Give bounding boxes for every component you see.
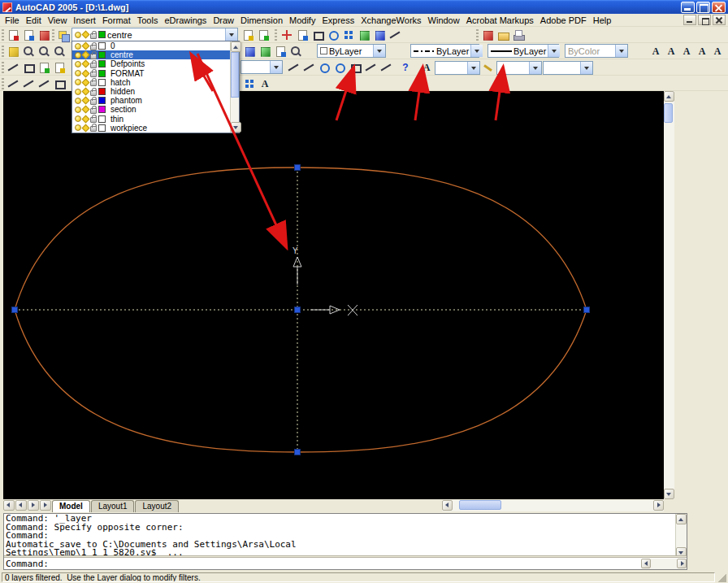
scroll-left-button[interactable] (641, 559, 651, 568)
menu-express[interactable]: Express (318, 15, 358, 26)
maximize-button[interactable] (696, 2, 710, 13)
dim-style-combo[interactable] (496, 61, 542, 75)
layer-freeze-icon[interactable] (82, 124, 90, 132)
layer-lock-icon[interactable] (90, 117, 97, 123)
help-button[interactable]: ? (398, 60, 413, 75)
tab-first-button[interactable] (3, 500, 15, 511)
layer-color-swatch[interactable] (98, 51, 106, 59)
pan-button[interactable] (6, 44, 20, 59)
layer-freeze-icon[interactable] (82, 78, 90, 86)
dim-aligned-button[interactable] (301, 60, 316, 75)
layer-lock-icon[interactable] (90, 54, 97, 59)
zoom-previous-button[interactable] (52, 44, 67, 59)
region-props-button[interactable] (37, 60, 51, 75)
edit-text-button[interactable]: A (679, 44, 694, 59)
layer-translator-button[interactable] (37, 28, 51, 42)
polyline-button[interactable] (37, 76, 51, 91)
color-combo[interactable]: ByLayer (317, 44, 386, 58)
quickcalc-button[interactable] (288, 44, 303, 59)
dim-continue-button[interactable] (379, 60, 393, 75)
layer-color-swatch[interactable] (98, 79, 106, 86)
offset-button[interactable] (326, 28, 340, 42)
layer-on-icon[interactable] (75, 43, 81, 50)
menu-edrawings[interactable]: eDrawings (161, 15, 210, 26)
scroll-track[interactable] (453, 500, 653, 511)
rectangle-button[interactable] (52, 76, 67, 91)
layer-list-item[interactable]: hidden (72, 87, 239, 96)
zoom-realtime-button[interactable] (21, 44, 36, 59)
menu-modify[interactable]: Modify (286, 15, 318, 26)
undo-button[interactable] (242, 44, 257, 59)
layer-dropdown-list[interactable]: 0 centre Defpoints FORMAT hatch hidden p… (72, 41, 240, 133)
layer-list-item[interactable]: workpiece (72, 124, 239, 133)
menu-dimension[interactable]: Dimension (237, 15, 286, 26)
layer-freeze-icon[interactable] (82, 60, 90, 68)
lineweight-combo[interactable]: ByLayer (488, 44, 559, 58)
chevron-down-icon[interactable] (373, 45, 385, 57)
tab-model[interactable]: Model (52, 500, 90, 512)
scroll-up-button[interactable] (664, 91, 674, 102)
layer-lock-icon[interactable] (90, 45, 97, 50)
canvas-vertical-scrollbar[interactable] (664, 91, 674, 499)
layer-lock-icon[interactable] (90, 72, 97, 77)
scroll-down-button[interactable] (231, 122, 241, 133)
text-style-combo[interactable] (435, 61, 480, 75)
scroll-thumb[interactable] (459, 500, 501, 510)
layer-list-item[interactable]: FORMAT (72, 69, 239, 78)
construction-line-button[interactable] (21, 76, 36, 91)
menu-window[interactable]: Window (425, 15, 463, 26)
chevron-down-icon[interactable] (529, 62, 541, 74)
toolbar-grip[interactable] (2, 46, 4, 57)
dim-linear-button[interactable] (286, 60, 301, 75)
layer-combo[interactable]: centre (72, 28, 238, 41)
menu-edit[interactable]: Edit (23, 15, 45, 26)
mtext-button[interactable]: A (664, 44, 678, 59)
layer-freeze-icon[interactable] (82, 42, 90, 50)
dim-diameter-button[interactable] (332, 60, 347, 75)
tab-layout2[interactable]: Layout2 (135, 500, 179, 512)
layer-list-scrollbar[interactable] (230, 41, 239, 133)
move-button[interactable] (357, 28, 371, 42)
layer-on-icon[interactable] (75, 98, 81, 104)
make-layer-current-button[interactable] (256, 28, 271, 42)
menu-file[interactable]: File (2, 15, 23, 26)
scale-text-button[interactable]: A (695, 44, 709, 59)
mdi-close-button[interactable] (713, 15, 726, 25)
command-splitter[interactable] (4, 555, 687, 558)
layer-lock-icon[interactable] (90, 108, 97, 114)
dim-radius-button[interactable] (317, 60, 332, 75)
drawing-canvas[interactable]: Y (3, 91, 664, 499)
redo-button[interactable] (258, 44, 272, 59)
scroll-track[interactable] (651, 559, 677, 569)
properties-button[interactable] (273, 44, 288, 59)
layer-freeze-icon[interactable] (82, 97, 90, 105)
dtext-button[interactable]: A (648, 44, 663, 59)
scroll-down-button[interactable] (664, 489, 674, 499)
command-horizontal-scrollbar[interactable] (641, 559, 687, 569)
menu-xchangeworks[interactable]: XchangeWorks (358, 15, 424, 26)
menu-acrobat-markups[interactable]: Acrobat Markups (463, 15, 537, 26)
area-button[interactable] (21, 60, 36, 75)
standards-settings-button[interactable] (21, 28, 36, 42)
trim-button[interactable] (388, 28, 402, 42)
scroll-right-button[interactable] (653, 500, 664, 511)
standards-check-button[interactable] (6, 28, 20, 42)
layer-lock-icon[interactable] (90, 90, 97, 96)
zoom-window-button[interactable] (37, 44, 51, 59)
chevron-down-icon[interactable] (225, 28, 237, 41)
layer-on-icon[interactable] (75, 79, 81, 85)
layer-on-icon[interactable] (75, 70, 81, 76)
chevron-down-icon[interactable] (470, 45, 483, 57)
text-style-button[interactable]: A (419, 60, 434, 75)
command-window[interactable]: Command: '_layer Command: Specify opposi… (3, 513, 687, 570)
layer-list-item-selected[interactable]: centre (72, 50, 239, 59)
layer-on-icon[interactable] (75, 107, 81, 113)
layer-lock-icon[interactable] (90, 99, 97, 105)
scroll-right-button[interactable] (677, 559, 687, 568)
mirror-button[interactable] (310, 28, 325, 42)
toolbar-grip[interactable] (2, 62, 4, 73)
chevron-down-icon[interactable] (270, 61, 282, 73)
minimize-button[interactable] (681, 2, 695, 13)
layer-freeze-icon[interactable] (82, 106, 90, 114)
layer-on-icon[interactable] (75, 124, 81, 131)
